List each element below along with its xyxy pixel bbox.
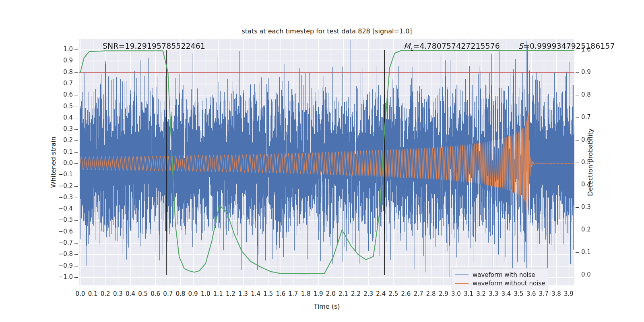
x-tick-label: 3.9 xyxy=(564,290,574,297)
y-right-tick-label: 0.7 xyxy=(581,114,591,121)
y-right-tick-mark xyxy=(576,275,579,275)
annotation-score: S=0.9999347925186157 xyxy=(518,41,615,50)
y-right-tick-mark xyxy=(576,140,579,140)
y-left-tick-label: 0.4 xyxy=(50,114,73,121)
y-left-tick-mark xyxy=(74,232,78,232)
x-tick-label: 0.9 xyxy=(188,290,198,297)
y-right-tick-label: 0.4 xyxy=(581,181,591,188)
legend: waveform with noise waveform without noi… xyxy=(452,268,548,290)
x-tick-label: 1.4 xyxy=(251,290,260,297)
x-tick-label: 0.2 xyxy=(101,290,110,297)
chart-title: stats at each timestep for test data 828… xyxy=(242,27,412,35)
x-tick-label: 2.3 xyxy=(363,290,373,297)
y-left-tick-label: 0.0 xyxy=(50,159,73,167)
x-tick-label: 1.8 xyxy=(301,290,311,297)
x-tick-label: 2.8 xyxy=(426,290,436,297)
y-right-tick-label: 0.5 xyxy=(581,159,591,166)
x-tick-label: 1.7 xyxy=(289,290,298,297)
waveform-chart-canvas xyxy=(79,39,574,285)
y-left-tick-label: −0.9 xyxy=(50,262,73,269)
x-tick-label: 3.0 xyxy=(451,290,461,297)
x-tick-label: 1.6 xyxy=(276,290,285,297)
y-left-tick-label: −0.3 xyxy=(50,194,73,201)
x-tick-label: 0.4 xyxy=(126,290,135,297)
y-left-tick-mark xyxy=(74,220,78,221)
y-left-tick-mark xyxy=(74,140,78,141)
y-left-tick-label: 0.2 xyxy=(50,136,73,144)
legend-line-without-noise xyxy=(455,283,469,284)
y-left-tick-mark xyxy=(74,72,78,73)
y-right-tick-label: 0.6 xyxy=(581,136,591,143)
figure: stats at each timestep for test data 828… xyxy=(0,0,644,322)
x-tick-label: 3.2 xyxy=(476,290,486,297)
y-right-tick-label: 0.9 xyxy=(581,68,591,76)
y-left-tick-mark xyxy=(74,175,78,175)
y-left-tick-label: −0.1 xyxy=(50,171,73,178)
x-tick-label: 2.2 xyxy=(351,290,361,297)
x-tick-label: 3.5 xyxy=(514,290,524,297)
y-left-tick-label: −0.6 xyxy=(50,228,73,235)
x-tick-label: 2.7 xyxy=(414,290,423,297)
legend-row-with-noise: waveform with noise xyxy=(455,270,544,279)
plot-area xyxy=(79,39,574,285)
x-tick-label: 1.9 xyxy=(314,290,323,297)
x-tick-label: 3.4 xyxy=(501,290,511,297)
y-right-tick-mark xyxy=(576,72,579,73)
y-right-tick-label: 0.1 xyxy=(581,248,591,256)
y-right-tick-label: 0.2 xyxy=(581,226,591,233)
x-tick-label: 0.6 xyxy=(151,290,160,297)
x-tick-label: 3.1 xyxy=(464,290,473,297)
y-left-tick-mark xyxy=(74,152,78,153)
y-left-tick-label: 0.6 xyxy=(50,91,73,98)
y-left-tick-mark xyxy=(74,186,78,187)
y-left-tick-mark xyxy=(74,243,78,244)
x-tick-label: 2.0 xyxy=(326,290,336,297)
y-left-tick-mark xyxy=(74,254,78,255)
x-tick-label: 1.3 xyxy=(238,290,248,297)
x-tick-label: 1.5 xyxy=(263,290,273,297)
x-tick-label: 2.9 xyxy=(439,290,448,297)
x-tick-label: 2.5 xyxy=(388,290,398,297)
y-left-tick-label: 0.3 xyxy=(50,125,73,132)
y-left-tick-mark xyxy=(74,198,78,198)
y-left-tick-mark xyxy=(74,107,78,107)
x-tick-label: 2.1 xyxy=(339,290,348,297)
x-tick-label: 3.3 xyxy=(489,290,498,297)
y-left-tick-label: 0.5 xyxy=(50,103,73,110)
y-right-tick-mark xyxy=(576,163,579,163)
y-right-tick-mark xyxy=(576,230,579,230)
x-tick-label: 0.8 xyxy=(175,290,185,297)
x-tick-label: 3.6 xyxy=(526,290,536,297)
y-left-tick-mark xyxy=(74,163,78,164)
y-left-tick-mark xyxy=(74,129,78,130)
y-left-tick-mark xyxy=(74,266,78,266)
y-right-tick-label: 1.0 xyxy=(581,46,591,53)
y-left-tick-label: −0.4 xyxy=(50,205,73,212)
legend-label-without-noise: waveform without noise xyxy=(473,280,545,287)
x-axis-label: Time (s) xyxy=(314,303,340,310)
x-tick-label: 1.2 xyxy=(226,290,235,297)
y-right-tick-mark xyxy=(576,50,579,50)
x-tick-label: 0.0 xyxy=(76,290,85,297)
y-right-tick-mark xyxy=(576,207,579,208)
x-tick-label: 3.8 xyxy=(551,290,561,297)
y-left-tick-label: −0.5 xyxy=(50,216,73,223)
x-tick-label: 1.1 xyxy=(213,290,223,297)
y-left-tick-mark xyxy=(74,118,78,118)
y-right-tick-mark xyxy=(576,118,579,118)
y-left-tick-label: −1.0 xyxy=(50,273,73,281)
y-left-tick-mark xyxy=(74,209,78,209)
x-tick-label: 0.3 xyxy=(113,290,123,297)
y-left-tick-mark xyxy=(74,95,78,95)
y-left-tick-mark xyxy=(74,61,78,61)
x-tick-label: 2.6 xyxy=(401,290,411,297)
y-left-tick-label: −0.7 xyxy=(50,239,73,246)
annotation-chirp-mass: Mc=4.780757427215576 xyxy=(404,41,500,52)
x-tick-label: 2.4 xyxy=(376,290,386,297)
y-left-tick-label: 1.0 xyxy=(50,45,73,53)
y-left-tick-label: 0.9 xyxy=(50,57,73,64)
x-tick-label: 0.7 xyxy=(163,290,173,297)
y-left-tick-mark xyxy=(74,50,78,50)
y-left-tick-mark xyxy=(74,277,78,278)
x-tick-label: 1.0 xyxy=(201,290,211,297)
